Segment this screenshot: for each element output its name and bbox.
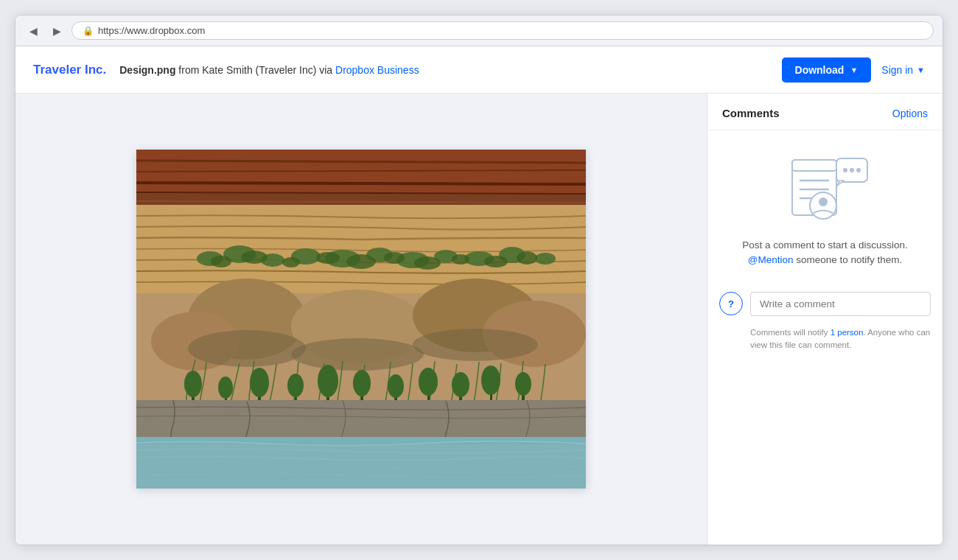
comments-title: Comments [722, 107, 780, 119]
svg-point-29 [211, 256, 231, 267]
comments-empty-state: Post a comment to start a discussion. @M… [707, 130, 943, 283]
file-info: Design.png from Kate Smith (Traveler Inc… [119, 64, 781, 76]
download-button[interactable]: Download ▼ [782, 57, 872, 83]
comment-input[interactable] [750, 292, 931, 316]
app-header: Traveler Inc. Design.png from Kate Smith… [15, 46, 943, 94]
forward-button[interactable]: ▶ [48, 22, 66, 40]
svg-point-60 [515, 372, 531, 396]
file-description-prefix: from Kate Smith (Traveler Inc) via [178, 64, 335, 76]
main-content: Comments Options [15, 94, 943, 545]
svg-point-15 [188, 330, 306, 367]
browser-chrome: ◀ ▶ 🔒 https://www.dropbox.com [15, 15, 943, 46]
svg-point-38 [517, 251, 537, 265]
comment-notify-text: Comments will notify 1 person. Anyone wh… [707, 325, 943, 365]
svg-point-16 [291, 338, 424, 371]
svg-point-32 [316, 252, 340, 264]
notify-count: 1 person [831, 328, 864, 337]
svg-point-56 [452, 372, 469, 397]
svg-point-35 [414, 256, 441, 270]
user-avatar[interactable]: ? [719, 292, 743, 315]
svg-point-31 [282, 257, 300, 267]
image-container [136, 150, 586, 489]
empty-state-line1: Post a comment to start a discussion. [742, 239, 907, 251]
comments-header: Comments Options [707, 94, 943, 130]
download-label: Download [795, 64, 845, 76]
notify-prefix: Comments will notify [750, 328, 831, 337]
preview-image [136, 150, 586, 489]
svg-point-36 [452, 254, 469, 265]
svg-point-44 [250, 368, 269, 397]
filename: Design.png [119, 64, 175, 76]
image-viewer [15, 94, 707, 545]
comments-panel: Comments Options [707, 94, 943, 545]
lock-icon: 🔒 [83, 26, 94, 36]
brand-name: Traveler Inc. [33, 63, 106, 77]
browser-window: ◀ ▶ 🔒 https://www.dropbox.com Traveler I… [15, 15, 943, 545]
mention-link[interactable]: @Mention [748, 254, 794, 265]
svg-point-40 [184, 371, 202, 397]
back-button[interactable]: ◀ [24, 22, 42, 40]
svg-point-75 [856, 168, 861, 172]
comment-input-area: ? [707, 283, 943, 325]
svg-point-28 [535, 253, 556, 265]
svg-point-34 [384, 252, 405, 264]
signin-button[interactable]: Sign in ▼ [881, 64, 925, 76]
svg-point-50 [353, 370, 371, 396]
url-text: https://www.dropbox.com [98, 25, 923, 36]
empty-state-text: Post a comment to start a discussion. @M… [742, 238, 907, 268]
svg-point-42 [218, 377, 233, 399]
comment-illustration [777, 153, 873, 226]
svg-point-37 [484, 256, 508, 267]
svg-point-74 [850, 168, 854, 172]
svg-point-33 [346, 254, 376, 269]
svg-point-70 [819, 197, 828, 206]
svg-point-54 [419, 368, 438, 396]
address-bar[interactable]: 🔒 https://www.dropbox.com [71, 21, 934, 40]
svg-rect-65 [792, 160, 836, 171]
svg-point-58 [481, 365, 500, 395]
signin-chevron-icon: ▼ [917, 66, 925, 74]
svg-point-73 [843, 168, 847, 172]
svg-rect-63 [136, 444, 586, 489]
svg-point-46 [287, 374, 304, 397]
download-chevron-icon: ▼ [850, 66, 858, 74]
svg-point-30 [241, 251, 268, 264]
svg-point-48 [318, 365, 338, 397]
empty-state-line2: someone to notify them. [793, 254, 902, 265]
signin-label: Sign in [881, 64, 913, 76]
svg-line-6 [136, 183, 586, 184]
svg-point-17 [413, 329, 538, 361]
header-actions: Download ▼ Sign in ▼ [782, 57, 925, 83]
dropbox-business-link[interactable]: Dropbox Business [335, 64, 419, 76]
svg-point-52 [388, 374, 404, 398]
options-link[interactable]: Options [892, 108, 928, 119]
